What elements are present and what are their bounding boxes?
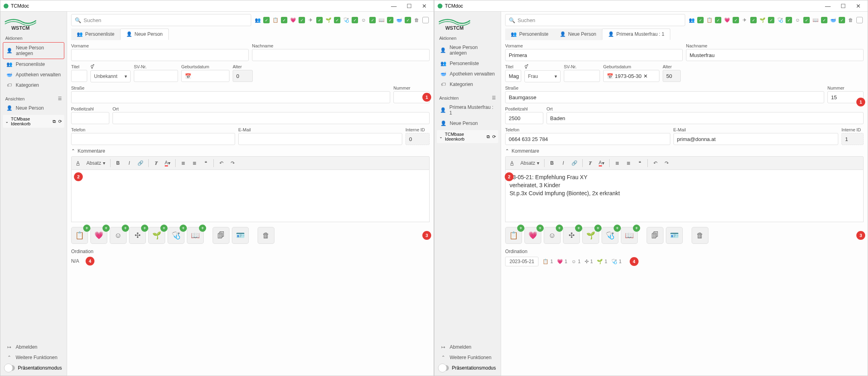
action-plant[interactable]: 🌱+ xyxy=(582,227,599,244)
underline-a-icon[interactable]: A xyxy=(507,158,517,168)
filter-mortar-icon[interactable]: 🥣 xyxy=(395,14,403,26)
action-id[interactable]: 🪪 xyxy=(232,227,249,244)
window-maximize[interactable]: ☐ xyxy=(403,3,415,9)
action-clipboard[interactable]: 📋+ xyxy=(505,227,522,244)
filter-plant-icon[interactable]: 🌱 xyxy=(758,14,766,26)
presentation-toggle[interactable]: Präsentationsmodus xyxy=(3,363,64,373)
refresh-icon[interactable]: ⟳ xyxy=(492,134,496,139)
sidebar-item-abmelden[interactable]: ↦Abmelden xyxy=(437,342,498,352)
input-vorname[interactable]: Primera xyxy=(505,49,683,61)
filter-heart-icon[interactable]: 💗 xyxy=(289,14,297,26)
tab-personenliste[interactable]: 👥Personenliste xyxy=(505,29,554,40)
ordination-date[interactable]: 2023-05-21 xyxy=(505,257,538,266)
menu-icon[interactable]: ☰ xyxy=(492,95,496,100)
toggle-switch[interactable] xyxy=(439,365,449,371)
filter-check[interactable]: ✓ xyxy=(368,14,377,26)
paragraph-select[interactable]: Absatz▾ xyxy=(84,158,108,168)
sidebar-item-kategorien[interactable]: 🏷Kategorien xyxy=(437,79,498,90)
filter-check[interactable]: ✓ xyxy=(767,14,775,26)
quote-button[interactable]: ❝ xyxy=(201,158,211,168)
filter-check[interactable]: ✓ xyxy=(386,14,394,26)
input-titel[interactable]: Mag xyxy=(505,70,521,82)
action-copy[interactable]: 🗐 xyxy=(647,227,663,244)
action-id[interactable]: 🪪 xyxy=(666,227,683,244)
toggle-switch[interactable] xyxy=(5,365,15,371)
undo-button[interactable]: ↶ xyxy=(650,158,661,168)
action-smile[interactable]: ☺+ xyxy=(110,227,127,244)
filter-check[interactable]: ✓ xyxy=(404,14,412,26)
presentation-toggle[interactable]: Präsentationsmodus xyxy=(437,363,498,373)
filter-check[interactable]: ✓ xyxy=(802,14,811,26)
sidebar-item-neue-person-view[interactable]: 👤Neue Person xyxy=(3,103,64,113)
filter-check[interactable]: ✓ xyxy=(714,14,722,26)
action-clipboard[interactable]: 📋+ xyxy=(71,227,88,244)
filter-check[interactable]: ✓ xyxy=(315,14,323,26)
sidebar-item-personenliste[interactable]: 👥Personenliste xyxy=(3,59,64,69)
action-delete[interactable]: 🗑 xyxy=(258,227,274,244)
ord-stat-plant[interactable]: 🌱1 xyxy=(597,259,607,264)
input-nachname[interactable]: Musterfrau xyxy=(686,49,864,61)
window-minimize[interactable]: — xyxy=(822,3,834,9)
bullet-list-button[interactable]: ≣ xyxy=(612,158,622,168)
italic-button[interactable]: I xyxy=(124,158,135,168)
input-titel[interactable] xyxy=(71,70,87,82)
filter-check-empty[interactable] xyxy=(422,14,430,26)
ord-stat-share[interactable]: ✣1 xyxy=(585,259,593,264)
input-plz[interactable] xyxy=(71,112,109,124)
filter-mortar-icon[interactable]: 🥣 xyxy=(829,14,837,26)
input-telefon[interactable] xyxy=(71,133,235,145)
filter-check[interactable]: ✓ xyxy=(696,14,704,26)
filter-check[interactable]: ✓ xyxy=(351,14,359,26)
filter-trash-icon[interactable]: 🗑 xyxy=(847,14,855,26)
italic-button[interactable]: I xyxy=(558,158,569,168)
undo-button[interactable]: ↶ xyxy=(216,158,227,168)
select-gender[interactable]: Unbekannt▾ xyxy=(90,70,131,82)
filter-check[interactable]: ✓ xyxy=(749,14,757,26)
input-nachname[interactable] xyxy=(252,49,430,61)
ord-stat-heart[interactable]: 💗1 xyxy=(557,259,567,264)
number-list-button[interactable]: ≣ xyxy=(623,158,634,168)
sidebar-item-apotheken[interactable]: 🥣Apotheken verwalten xyxy=(437,69,498,79)
filter-check[interactable]: ✓ xyxy=(732,14,740,26)
sidebar-item-weitere[interactable]: ⌃Weitere Funktionen xyxy=(437,352,498,363)
action-share[interactable]: ✣+ xyxy=(129,227,146,244)
input-svnr[interactable] xyxy=(564,70,600,82)
editor-body[interactable]: 2 xyxy=(71,170,430,222)
bold-button[interactable]: B xyxy=(547,158,557,168)
sidebar-item-personenliste[interactable]: 👥Personenliste xyxy=(437,58,498,69)
sidebar-item-abmelden[interactable]: ↦Abmelden xyxy=(3,342,64,352)
bullet-list-button[interactable]: ≣ xyxy=(178,158,188,168)
filter-smile-icon[interactable]: ☺ xyxy=(360,14,368,26)
filter-check[interactable]: ✓ xyxy=(333,14,341,26)
filter-trash-icon[interactable]: 🗑 xyxy=(413,14,421,26)
input-strasse[interactable]: Baumgasse xyxy=(505,91,824,103)
action-heart[interactable]: 💗+ xyxy=(524,227,541,244)
filter-people-icon[interactable]: 👥 xyxy=(254,14,262,26)
ideenkorb-row[interactable]: ⌄ TCMbase Ideenkorb ⧉⟳ xyxy=(3,115,64,128)
filter-check[interactable]: ✓ xyxy=(838,14,846,26)
filter-clipboard-icon[interactable]: 📋 xyxy=(271,14,279,26)
ord-stat-smile[interactable]: ☺1 xyxy=(571,259,581,264)
filter-check[interactable]: ✓ xyxy=(820,14,828,26)
filter-send-icon[interactable]: ✈ xyxy=(307,14,315,26)
filter-steth-icon[interactable]: 🩺 xyxy=(776,14,784,26)
sidebar-item-apotheken[interactable]: 🥣Apotheken verwalten xyxy=(3,69,64,80)
number-list-button[interactable]: ≣ xyxy=(189,158,200,168)
underline-a-icon[interactable]: A xyxy=(73,158,83,168)
action-plant[interactable]: 🌱+ xyxy=(148,227,165,244)
filter-plant-icon[interactable]: 🌱 xyxy=(324,14,332,26)
input-geburtsdatum[interactable]: 📅 xyxy=(181,70,229,82)
action-copy[interactable]: 🗐 xyxy=(213,227,229,244)
filter-check[interactable]: ✓ xyxy=(280,14,288,26)
filter-people-icon[interactable]: 👥 xyxy=(688,14,696,26)
bold-button[interactable]: B xyxy=(113,158,123,168)
select-gender[interactable]: Frau▾ xyxy=(524,70,561,82)
refresh-icon[interactable]: ⟳ xyxy=(58,119,62,124)
input-telefon[interactable]: 0664 633 25 784 xyxy=(505,133,670,145)
filter-clipboard-icon[interactable]: 📋 xyxy=(705,14,713,26)
ord-stat-steth[interactable]: 🩺1 xyxy=(611,259,622,264)
filter-send-icon[interactable]: ✈ xyxy=(741,14,749,26)
redo-button[interactable]: ↷ xyxy=(661,158,672,168)
tab-neue-person[interactable]: 👤Neue Person xyxy=(120,29,169,40)
tab-primera[interactable]: 👤Primera Musterfrau : 1 xyxy=(602,29,670,40)
